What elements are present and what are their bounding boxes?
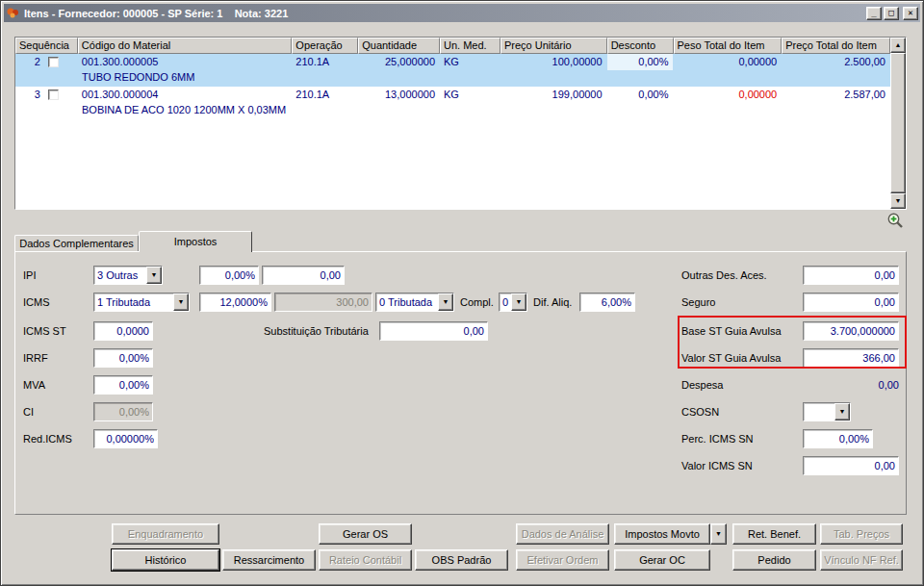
chevron-down-icon[interactable]: ▼ bbox=[146, 267, 162, 284]
despesa-label: Despesa bbox=[681, 375, 723, 395]
icms-type2-value: 0 Tributada bbox=[376, 293, 438, 311]
grid-row[interactable]: 3 001.300.000004 210.1A 13,000000 KG 199… bbox=[15, 87, 890, 119]
col-header-codigo[interactable]: Código do Material bbox=[78, 38, 292, 54]
seguro-input[interactable] bbox=[803, 293, 899, 312]
maximize-button[interactable]: □ bbox=[884, 7, 899, 20]
pedido-button[interactable]: Pedido bbox=[732, 549, 816, 571]
substituicao-input[interactable] bbox=[379, 321, 488, 341]
obs-padrao-button[interactable]: OBS Padrão bbox=[415, 549, 508, 571]
quantity-value: 13,000000 bbox=[358, 87, 440, 103]
chevron-down-icon[interactable]: ▼ bbox=[511, 293, 526, 311]
col-header-desconto[interactable]: Desconto bbox=[607, 38, 674, 54]
valor-icms-sn-input[interactable] bbox=[803, 456, 899, 475]
window-title: Itens - Fornecedor: 000005 - SP Série: 1… bbox=[24, 8, 864, 19]
unit-value: KG bbox=[440, 87, 500, 103]
mva-input[interactable] bbox=[93, 375, 153, 395]
grid-row-selected[interactable]: 2 001.300.000005 210.1A 25,000000 KG 100… bbox=[15, 54, 890, 87]
material-description: BOBINA DE ACO 1020 1200MM X 0,03MM bbox=[15, 103, 890, 119]
impostos-movto-button[interactable]: Impostos Movto bbox=[614, 523, 710, 545]
items-grid: Sequência Código do Material Operação Qu… bbox=[14, 37, 907, 210]
unit-price-value: 100,00000 bbox=[500, 54, 607, 70]
operation-code: 210.1A bbox=[292, 87, 358, 103]
dados-analise-button: Dados de Análise bbox=[516, 523, 609, 545]
zoom-icon[interactable] bbox=[886, 212, 904, 229]
gerar-oc-button[interactable]: Gerar OC bbox=[614, 549, 710, 571]
compl-value: 0 bbox=[500, 293, 511, 311]
icms-label: ICMS bbox=[23, 293, 50, 312]
col-header-unmed[interactable]: Un. Med. bbox=[440, 38, 500, 54]
base-st-guia-label: Base ST Guia Avulsa bbox=[681, 321, 782, 341]
outras-input[interactable] bbox=[803, 266, 899, 285]
weight-total-value: 0,00000 bbox=[673, 54, 782, 70]
ipi-type-select[interactable]: 3 Outras ▼ bbox=[93, 266, 163, 285]
valor-st-guia-label: Valor ST Guia Avulsa bbox=[681, 348, 781, 368]
valor-st-guia-input[interactable] bbox=[803, 348, 899, 368]
red-icms-label: Red.ICMS bbox=[23, 429, 72, 448]
col-header-sequencia[interactable]: Sequência bbox=[15, 38, 78, 54]
compl-label: Compl. bbox=[460, 293, 494, 312]
gerar-os-button[interactable]: Gerar OS bbox=[319, 523, 412, 545]
perc-icms-sn-input[interactable] bbox=[803, 429, 873, 448]
ipi-valor-input[interactable] bbox=[262, 266, 345, 285]
material-code: 001.300.000004 bbox=[78, 87, 293, 103]
irrf-label: IRRF bbox=[23, 348, 48, 368]
enquadramento-button: Enquadramento bbox=[112, 523, 219, 545]
col-header-preco-total[interactable]: Preço Total do Item bbox=[782, 38, 890, 54]
dif-aliq-input[interactable] bbox=[579, 293, 635, 312]
icms-aliquota-input[interactable] bbox=[199, 293, 271, 312]
unit-price-value: 199,00000 bbox=[500, 87, 607, 103]
scrollbar-thumb[interactable] bbox=[890, 53, 906, 193]
icms-type-select[interactable]: 1 Tributada ▼ bbox=[93, 293, 190, 312]
items-window: Itens - Fornecedor: 000005 - SP Série: 1… bbox=[0, 0, 924, 586]
scroll-up-icon[interactable]: ▲ bbox=[890, 38, 906, 53]
operation-code: 210.1A bbox=[292, 54, 358, 70]
unit-value: KG bbox=[440, 54, 500, 70]
rateio-contabil-button: Rateio Contábil bbox=[319, 549, 412, 571]
red-icms-input[interactable] bbox=[93, 429, 158, 448]
icms-st-label: ICMS ST bbox=[23, 321, 66, 341]
perc-icms-sn-label: Perc. ICMS SN bbox=[681, 429, 754, 448]
icms-st-input[interactable] bbox=[93, 321, 153, 341]
base-st-guia-input[interactable] bbox=[803, 321, 899, 341]
compl-select[interactable]: 0 ▼ bbox=[499, 293, 527, 312]
impostos-movto-dropdown-icon[interactable]: ▼ bbox=[710, 523, 727, 545]
col-header-operacao[interactable]: Operação bbox=[292, 38, 358, 54]
discount-value: 0,00% bbox=[607, 54, 674, 70]
chevron-down-icon[interactable]: ▼ bbox=[834, 403, 850, 420]
close-button[interactable]: ✕ bbox=[903, 7, 918, 20]
impostos-panel: IPI 3 Outras ▼ ICMS 1 Tributada ▼ 0 Trib… bbox=[14, 251, 907, 515]
ipi-type-value: 3 Outras bbox=[94, 267, 146, 284]
row-sequence: 3 bbox=[35, 87, 40, 103]
scroll-down-icon[interactable]: ▼ bbox=[890, 193, 906, 209]
titlebar[interactable]: Itens - Fornecedor: 000005 - SP Série: 1… bbox=[4, 4, 920, 22]
chevron-down-icon[interactable]: ▼ bbox=[173, 293, 189, 311]
app-icon bbox=[6, 7, 20, 19]
csosn-label: CSOSN bbox=[681, 402, 719, 421]
icms-type2-select[interactable]: 0 Tributada ▼ bbox=[375, 293, 454, 312]
outras-label: Outras Des. Aces. bbox=[681, 266, 767, 285]
quantity-value: 25,000000 bbox=[358, 54, 440, 70]
row-checkbox[interactable] bbox=[48, 57, 59, 67]
despesa-value: 0,00 bbox=[803, 375, 899, 395]
weight-total-value: 0,00000 bbox=[673, 87, 782, 103]
csosn-value bbox=[804, 403, 834, 420]
col-header-quantidade[interactable]: Quantidade bbox=[358, 38, 440, 54]
material-description: TUBO REDONDO 6MM bbox=[15, 70, 890, 87]
row-checkbox[interactable] bbox=[48, 89, 59, 100]
ressarcimento-button[interactable]: Ressarcimento bbox=[222, 549, 316, 571]
ipi-aliquota-input[interactable] bbox=[199, 266, 259, 285]
tab-dados-complementares[interactable]: Dados Complementares bbox=[14, 235, 139, 251]
material-code: 001.300.000005 bbox=[78, 54, 293, 70]
chevron-down-icon[interactable]: ▼ bbox=[438, 293, 453, 311]
irrf-input[interactable] bbox=[93, 348, 153, 368]
col-header-preco-unitario[interactable]: Preço Unitário bbox=[500, 38, 607, 54]
tab-precos-button: Tab. Preços bbox=[820, 523, 903, 545]
tab-impostos[interactable]: Impostos bbox=[139, 231, 252, 252]
minimize-button[interactable]: _ bbox=[866, 7, 882, 20]
historico-button[interactable]: Histórico bbox=[112, 549, 219, 571]
vertical-scrollbar[interactable]: ▲ ▼ bbox=[890, 38, 906, 209]
ipi-label: IPI bbox=[23, 266, 36, 285]
col-header-peso-total[interactable]: Peso Total do Item bbox=[674, 38, 783, 54]
csosn-select[interactable]: ▼ bbox=[803, 402, 851, 421]
ret-benef-button[interactable]: Ret. Benef. bbox=[732, 523, 816, 545]
